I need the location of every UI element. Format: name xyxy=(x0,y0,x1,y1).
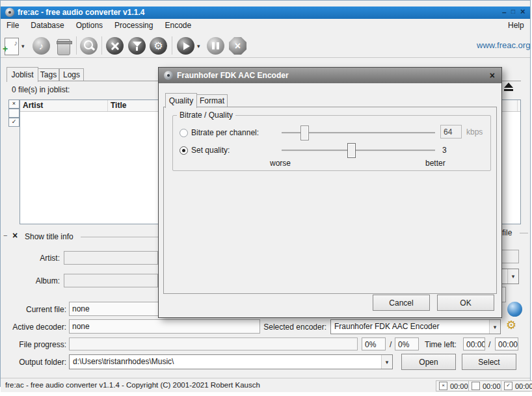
bitrate-slider-thumb[interactable] xyxy=(300,125,309,140)
artist-label: Artist: xyxy=(20,254,60,263)
album-label: Album: xyxy=(20,276,60,285)
processing-filter-button[interactable] xyxy=(128,37,146,55)
gear-icon: ⚙ xyxy=(150,37,167,55)
website-link[interactable]: www.freac.org xyxy=(477,40,530,50)
empty-box-icon xyxy=(472,382,480,390)
divider-line xyxy=(520,233,528,233)
minimize-button[interactable]: – xyxy=(502,8,507,16)
menu-encode[interactable]: Encode xyxy=(159,19,197,33)
total-percent: 0% xyxy=(395,337,419,350)
set-quality-label: Set quality: xyxy=(191,146,230,155)
joblist-count: 0 file(s) in joblist: xyxy=(12,85,70,94)
bitrate-unit: kbps xyxy=(466,127,483,137)
magnifier-icon xyxy=(84,40,93,49)
chevron-down-icon[interactable]: ▾ xyxy=(489,320,500,334)
active-decoder-label: Active decoder: xyxy=(0,323,66,332)
dialog-tab-format[interactable]: Format xyxy=(196,94,228,107)
time-left-label: Time left: xyxy=(425,340,457,349)
quality-slider-thumb[interactable] xyxy=(347,143,356,158)
timer-all-tracks: × 00:00 xyxy=(436,380,472,391)
show-title-info-label[interactable]: Show title info xyxy=(25,232,73,241)
quality-slider[interactable] xyxy=(282,150,435,152)
add-cd-tracks-button[interactable]: ♪ xyxy=(33,37,50,55)
ok-button[interactable]: OK xyxy=(437,295,494,311)
album-field[interactable] xyxy=(64,274,158,287)
encoder-settings-gear-icon[interactable]: ⚙ xyxy=(505,319,518,332)
bitrate-label: Bitrate per channel: xyxy=(191,128,259,137)
music-note-icon: ♪ xyxy=(33,37,50,55)
toggle-selection-button[interactable]: ✓ xyxy=(8,118,20,127)
selected-encoder-combo[interactable]: Fraunhofer FDK AAC Encoder ▾ xyxy=(330,319,501,334)
timer-selected-tracks: ✓ 00:00 xyxy=(501,380,532,391)
output-folder-value: d:\Users\tristanrhodes\Music\ xyxy=(73,357,174,366)
info-sphere-icon[interactable] xyxy=(507,302,522,317)
start-conversion-button[interactable] xyxy=(177,37,194,55)
current-file-label: Current file: xyxy=(0,305,66,314)
statusbar-text: fre:ac - free audio converter v1.1.4 - C… xyxy=(5,381,260,389)
cancel-button[interactable]: Cancel xyxy=(373,295,430,311)
percent-separator: / xyxy=(390,340,392,349)
column-header-filler xyxy=(518,100,520,111)
menu-help[interactable]: Help xyxy=(508,21,524,30)
file-progress-bar xyxy=(69,337,358,350)
selected-encoder-value: Fraunhofer FDK AAC Encoder xyxy=(334,322,439,331)
chevron-down-icon[interactable]: ▾ xyxy=(381,355,392,369)
plus-icon: + xyxy=(3,44,8,54)
screen: fre:ac - free audio converter v1.1.4 – □… xyxy=(0,0,532,396)
toolbar-separator xyxy=(172,36,172,55)
add-files-dropdown-arrow[interactable]: ▾ xyxy=(21,43,25,49)
trash-icon xyxy=(57,41,72,44)
music-note-icon: ♪ xyxy=(14,39,18,47)
output-folder-combo[interactable]: d:\Users\tristanrhodes\Music\ ▾ xyxy=(69,354,393,369)
tab-tags[interactable]: Tags xyxy=(38,68,59,81)
play-icon xyxy=(177,37,194,55)
timer-value: 00:00 xyxy=(515,382,532,390)
tab-logs[interactable]: Logs xyxy=(59,68,84,81)
select-all-button[interactable]: × xyxy=(8,99,20,109)
maximize-button[interactable]: □ xyxy=(511,8,515,16)
start-conversion-dropdown-arrow[interactable]: ▾ xyxy=(197,43,200,49)
collapse-handle[interactable]: − xyxy=(3,231,7,239)
tab-joblist[interactable]: Joblist xyxy=(7,67,38,82)
toolbar-separator xyxy=(101,36,102,55)
chevron-down-icon[interactable]: ▾ xyxy=(507,269,518,284)
general-settings-button[interactable] xyxy=(106,37,124,55)
bitrate-radio[interactable] xyxy=(180,129,188,137)
select-button[interactable]: Select xyxy=(462,354,516,370)
configuration-button[interactable]: ⚙ xyxy=(150,37,167,55)
add-files-button[interactable]: ♪ + xyxy=(5,38,19,55)
quality-value: 3 xyxy=(442,146,447,155)
show-title-info-checkbox[interactable]: × xyxy=(12,230,18,241)
column-header-artist[interactable]: Artist xyxy=(20,100,108,111)
pause-conversion-button[interactable] xyxy=(207,37,224,55)
encoder-dialog: Fraunhofer FDK AAC Encoder × Quality For… xyxy=(158,67,502,318)
close-button[interactable]: × xyxy=(520,8,525,16)
time-left-file: 00:00 xyxy=(463,337,485,350)
menubar: File Database Options Processing Encode xyxy=(1,19,530,33)
select-none-button[interactable] xyxy=(8,109,20,118)
output-folder-label: Output folder: xyxy=(0,358,66,367)
app-logo-icon xyxy=(5,8,14,17)
bitrate-value-field[interactable]: 64 xyxy=(440,125,462,139)
dialog-close-button[interactable]: × xyxy=(490,70,495,81)
menu-options[interactable]: Options xyxy=(70,19,109,33)
timer-value: 00:00 xyxy=(450,382,468,390)
cddb-query-button[interactable] xyxy=(80,37,98,55)
set-quality-radio[interactable] xyxy=(180,146,188,155)
funnel-icon xyxy=(128,42,146,51)
checked-box-icon: ✓ xyxy=(504,382,512,390)
menu-file[interactable]: File xyxy=(1,19,25,33)
timer-value: 00:00 xyxy=(483,382,501,390)
artist-field[interactable] xyxy=(64,251,158,265)
menu-database[interactable]: Database xyxy=(25,19,70,33)
eject-disc-button[interactable] xyxy=(504,83,513,91)
file-percent: 0% xyxy=(362,337,386,350)
menu-processing[interactable]: Processing xyxy=(109,19,159,33)
group-label: Bitrate / Quality xyxy=(177,111,235,120)
dialog-title: Fraunhofer FDK AAC Encoder xyxy=(177,71,289,80)
clear-joblist-button[interactable] xyxy=(57,39,70,55)
open-button[interactable]: Open xyxy=(401,354,456,370)
active-decoder-value: none xyxy=(69,319,260,334)
dialog-tab-quality[interactable]: Quality xyxy=(165,93,197,108)
pause-icon xyxy=(207,37,224,55)
